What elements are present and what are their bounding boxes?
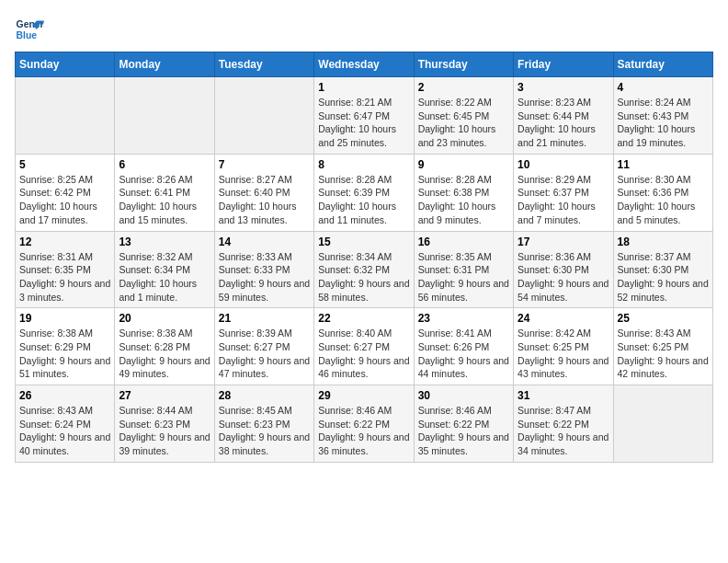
calendar-cell: 25Sunrise: 8:43 AMSunset: 6:25 PMDayligh… bbox=[613, 308, 712, 385]
header-cell-monday: Monday bbox=[115, 52, 214, 77]
day-number: 14 bbox=[219, 236, 310, 248]
calendar-cell: 21Sunrise: 8:39 AMSunset: 6:27 PMDayligh… bbox=[214, 308, 313, 385]
day-number: 27 bbox=[119, 389, 210, 402]
logo: General Blue bbox=[15, 15, 44, 44]
day-detail: Sunrise: 8:34 AMSunset: 6:32 PMDaylight:… bbox=[318, 250, 409, 304]
day-detail: Sunrise: 8:22 AMSunset: 6:45 PMDaylight:… bbox=[418, 96, 509, 150]
day-number: 2 bbox=[418, 81, 509, 94]
day-detail: Sunrise: 8:46 AMSunset: 6:22 PMDaylight:… bbox=[318, 404, 409, 458]
day-detail: Sunrise: 8:32 AMSunset: 6:34 PMDaylight:… bbox=[119, 250, 210, 304]
day-detail: Sunrise: 8:37 AMSunset: 6:30 PMDaylight:… bbox=[618, 250, 709, 304]
header-cell-wednesday: Wednesday bbox=[314, 52, 414, 77]
header-cell-thursday: Thursday bbox=[414, 52, 513, 77]
calendar-cell: 6Sunrise: 8:26 AMSunset: 6:41 PMDaylight… bbox=[115, 154, 214, 231]
day-number: 26 bbox=[19, 389, 110, 402]
header-cell-tuesday: Tuesday bbox=[214, 52, 313, 77]
day-number: 12 bbox=[19, 236, 110, 248]
day-number: 1 bbox=[318, 81, 409, 94]
day-detail: Sunrise: 8:31 AMSunset: 6:35 PMDaylight:… bbox=[19, 250, 110, 304]
calendar-cell: 4Sunrise: 8:24 AMSunset: 6:43 PMDaylight… bbox=[613, 77, 712, 155]
calendar-cell: 16Sunrise: 8:35 AMSunset: 6:31 PMDayligh… bbox=[414, 231, 513, 308]
calendar-header: SundayMondayTuesdayWednesdayThursdayFrid… bbox=[16, 52, 713, 77]
calendar-cell: 14Sunrise: 8:33 AMSunset: 6:33 PMDayligh… bbox=[214, 231, 313, 308]
day-detail: Sunrise: 8:23 AMSunset: 6:44 PMDaylight:… bbox=[518, 96, 609, 150]
calendar-cell bbox=[214, 77, 313, 155]
day-number: 19 bbox=[19, 312, 110, 325]
header-cell-sunday: Sunday bbox=[16, 52, 115, 77]
calendar-cell bbox=[115, 77, 214, 155]
day-number: 18 bbox=[618, 236, 709, 248]
day-detail: Sunrise: 8:30 AMSunset: 6:36 PMDaylight:… bbox=[618, 173, 709, 227]
day-number: 31 bbox=[518, 389, 609, 402]
day-number: 29 bbox=[318, 389, 409, 402]
day-detail: Sunrise: 8:36 AMSunset: 6:30 PMDaylight:… bbox=[518, 250, 609, 304]
calendar-week-3: 12Sunrise: 8:31 AMSunset: 6:35 PMDayligh… bbox=[16, 231, 713, 308]
day-detail: Sunrise: 8:35 AMSunset: 6:31 PMDaylight:… bbox=[418, 250, 509, 304]
calendar-cell: 28Sunrise: 8:45 AMSunset: 6:23 PMDayligh… bbox=[214, 385, 313, 463]
calendar-week-4: 19Sunrise: 8:38 AMSunset: 6:29 PMDayligh… bbox=[16, 308, 713, 385]
day-detail: Sunrise: 8:42 AMSunset: 6:25 PMDaylight:… bbox=[518, 327, 609, 381]
day-number: 22 bbox=[318, 312, 409, 325]
day-number: 7 bbox=[219, 158, 310, 171]
day-detail: Sunrise: 8:26 AMSunset: 6:41 PMDaylight:… bbox=[119, 173, 210, 227]
day-detail: Sunrise: 8:27 AMSunset: 6:40 PMDaylight:… bbox=[219, 173, 310, 227]
calendar-cell: 24Sunrise: 8:42 AMSunset: 6:25 PMDayligh… bbox=[514, 308, 613, 385]
day-detail: Sunrise: 8:24 AMSunset: 6:43 PMDaylight:… bbox=[618, 96, 709, 150]
day-detail: Sunrise: 8:47 AMSunset: 6:22 PMDaylight:… bbox=[518, 404, 609, 458]
day-detail: Sunrise: 8:28 AMSunset: 6:39 PMDaylight:… bbox=[318, 173, 409, 227]
day-number: 3 bbox=[518, 81, 609, 94]
day-number: 17 bbox=[518, 236, 609, 248]
calendar-week-2: 5Sunrise: 8:25 AMSunset: 6:42 PMDaylight… bbox=[16, 154, 713, 231]
day-detail: Sunrise: 8:45 AMSunset: 6:23 PMDaylight:… bbox=[219, 404, 310, 458]
day-number: 5 bbox=[19, 158, 110, 171]
header-cell-friday: Friday bbox=[514, 52, 613, 77]
day-detail: Sunrise: 8:25 AMSunset: 6:42 PMDaylight:… bbox=[19, 173, 110, 227]
day-detail: Sunrise: 8:21 AMSunset: 6:47 PMDaylight:… bbox=[318, 96, 409, 150]
day-number: 13 bbox=[119, 236, 210, 248]
calendar-cell: 31Sunrise: 8:47 AMSunset: 6:22 PMDayligh… bbox=[514, 385, 613, 463]
header-cell-saturday: Saturday bbox=[613, 52, 712, 77]
day-detail: Sunrise: 8:43 AMSunset: 6:25 PMDaylight:… bbox=[618, 327, 709, 381]
day-detail: Sunrise: 8:29 AMSunset: 6:37 PMDaylight:… bbox=[518, 173, 609, 227]
day-number: 20 bbox=[119, 312, 210, 325]
day-number: 10 bbox=[518, 158, 609, 171]
calendar-cell: 10Sunrise: 8:29 AMSunset: 6:37 PMDayligh… bbox=[514, 154, 613, 231]
day-number: 6 bbox=[119, 158, 210, 171]
calendar-cell: 13Sunrise: 8:32 AMSunset: 6:34 PMDayligh… bbox=[115, 231, 214, 308]
calendar-body: 1Sunrise: 8:21 AMSunset: 6:47 PMDaylight… bbox=[16, 77, 713, 463]
day-detail: Sunrise: 8:43 AMSunset: 6:24 PMDaylight:… bbox=[19, 404, 110, 458]
day-detail: Sunrise: 8:41 AMSunset: 6:26 PMDaylight:… bbox=[418, 327, 509, 381]
day-number: 4 bbox=[618, 81, 709, 94]
calendar-cell: 3Sunrise: 8:23 AMSunset: 6:44 PMDaylight… bbox=[514, 77, 613, 155]
calendar-cell: 11Sunrise: 8:30 AMSunset: 6:36 PMDayligh… bbox=[613, 154, 712, 231]
calendar-cell: 27Sunrise: 8:44 AMSunset: 6:23 PMDayligh… bbox=[115, 385, 214, 463]
calendar-cell: 23Sunrise: 8:41 AMSunset: 6:26 PMDayligh… bbox=[414, 308, 513, 385]
day-detail: Sunrise: 8:39 AMSunset: 6:27 PMDaylight:… bbox=[219, 327, 310, 381]
calendar-cell: 17Sunrise: 8:36 AMSunset: 6:30 PMDayligh… bbox=[514, 231, 613, 308]
day-number: 11 bbox=[618, 158, 709, 171]
calendar-cell: 30Sunrise: 8:46 AMSunset: 6:22 PMDayligh… bbox=[414, 385, 513, 463]
day-number: 30 bbox=[418, 389, 509, 402]
calendar-cell: 18Sunrise: 8:37 AMSunset: 6:30 PMDayligh… bbox=[613, 231, 712, 308]
calendar-cell: 5Sunrise: 8:25 AMSunset: 6:42 PMDaylight… bbox=[16, 154, 115, 231]
calendar-cell bbox=[16, 77, 115, 155]
day-detail: Sunrise: 8:46 AMSunset: 6:22 PMDaylight:… bbox=[418, 404, 509, 458]
day-number: 25 bbox=[618, 312, 709, 325]
calendar-week-1: 1Sunrise: 8:21 AMSunset: 6:47 PMDaylight… bbox=[16, 77, 713, 155]
day-detail: Sunrise: 8:33 AMSunset: 6:33 PMDaylight:… bbox=[219, 250, 310, 304]
page-header: General Blue bbox=[15, 15, 713, 44]
header-row: SundayMondayTuesdayWednesdayThursdayFrid… bbox=[16, 52, 713, 77]
day-number: 21 bbox=[219, 312, 310, 325]
calendar-cell: 19Sunrise: 8:38 AMSunset: 6:29 PMDayligh… bbox=[16, 308, 115, 385]
svg-text:Blue: Blue bbox=[17, 30, 38, 40]
day-number: 15 bbox=[318, 236, 409, 248]
logo-icon: General Blue bbox=[15, 15, 44, 44]
calendar-cell: 8Sunrise: 8:28 AMSunset: 6:39 PMDaylight… bbox=[314, 154, 414, 231]
day-number: 8 bbox=[318, 158, 409, 171]
calendar-cell: 2Sunrise: 8:22 AMSunset: 6:45 PMDaylight… bbox=[414, 77, 513, 155]
calendar-cell: 20Sunrise: 8:38 AMSunset: 6:28 PMDayligh… bbox=[115, 308, 214, 385]
day-detail: Sunrise: 8:40 AMSunset: 6:27 PMDaylight:… bbox=[318, 327, 409, 381]
calendar-cell bbox=[613, 385, 712, 463]
day-number: 24 bbox=[518, 312, 609, 325]
day-number: 28 bbox=[219, 389, 310, 402]
